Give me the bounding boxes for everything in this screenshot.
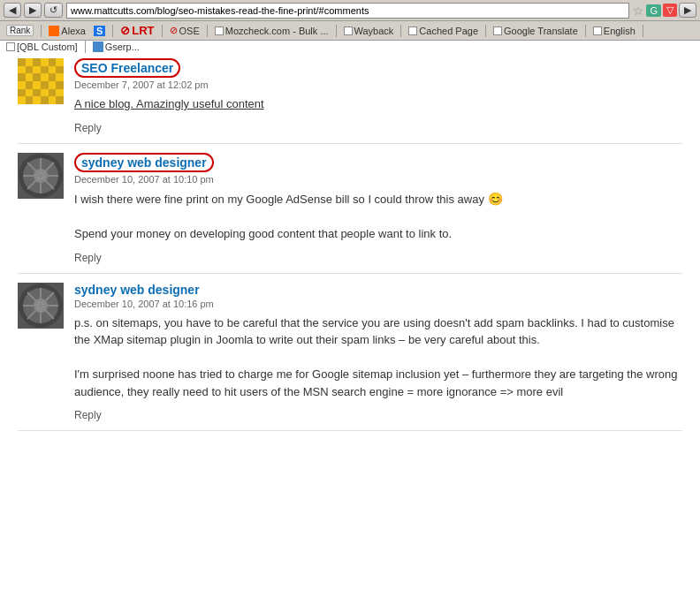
lrt-item[interactable]: ⊘ LRT (118, 23, 156, 38)
mozcheck-label: Mozcheck.com - Bulk ... (225, 26, 329, 36)
forward-button[interactable]: ▶ (24, 3, 42, 18)
gserp-label: Gserp... (105, 42, 140, 52)
alexa-label: Alexa (61, 26, 86, 36)
comment-meta-2: December 10, 2007 at 10:10 pm (74, 174, 682, 185)
address-bar[interactable] (66, 3, 629, 19)
sep3 (162, 25, 163, 37)
more-button[interactable]: ▶ (679, 3, 696, 18)
gserp-item[interactable]: Gserp... (90, 41, 142, 53)
wayback-label: Wayback (354, 26, 394, 36)
qbl-checkbox[interactable] (6, 42, 15, 51)
comment-2: sydney web designer December 10, 2007 at… (18, 144, 682, 274)
comment-body-3: sydney web designer December 10, 2007 at… (74, 283, 682, 422)
back-button[interactable]: ◀ (4, 3, 21, 18)
ose-item[interactable]: ⊘ OSE (167, 24, 202, 37)
sep9 (643, 25, 643, 37)
comment-3: sydney web designer December 10, 2007 at… (18, 274, 682, 432)
smiley-icon: 😊 (488, 190, 503, 208)
wayback-checkbox[interactable] (344, 26, 353, 35)
sep1 (41, 25, 42, 37)
wheel-svg (18, 153, 64, 199)
comment-paragraph-3-2: I'm surprised noone has tried to charge … (74, 366, 682, 400)
comment-meta-1: December 7, 2007 at 12:02 pm (74, 79, 682, 90)
sep10 (85, 41, 86, 53)
star-icon: ☆ (633, 4, 644, 18)
comment-paragraph-2-2: Spend your money on developing good cont… (74, 225, 682, 243)
reply-link-1[interactable]: Reply (74, 122, 102, 134)
qbl-label: [QBL Custom] (17, 42, 78, 52)
sep6 (400, 25, 401, 37)
avatar-3 (18, 283, 64, 329)
cached-checkbox[interactable] (408, 26, 417, 35)
sep5 (336, 25, 337, 37)
s-badge: S (94, 26, 105, 36)
comment-text-1: A nice blog. Amazingly useful content (74, 95, 682, 113)
page-content: SEO Freelancer December 7, 2007 at 12:02… (0, 41, 700, 440)
g-icon: G (646, 4, 661, 17)
mozcheck-checkbox[interactable] (215, 26, 224, 35)
extension-toolbar: Rank Alexa S ⊘ LRT ⊘ OSE Mozcheck.com - … (0, 21, 700, 41)
translate-checkbox[interactable] (493, 26, 502, 35)
ose-icon: ⊘ (170, 25, 178, 36)
sep8 (585, 25, 586, 37)
english-label: English (604, 26, 635, 36)
comment-paragraph-3-1: p.s. on sitemaps, you have to be careful… (74, 314, 682, 349)
google-translate-item[interactable]: Google Translate (491, 25, 581, 37)
comment-1: SEO Freelancer December 7, 2007 at 12:02… (18, 49, 682, 144)
alexa-item[interactable]: Alexa (46, 25, 88, 37)
comment-author-link-3[interactable]: sydney web designer (74, 283, 200, 297)
v-icon: ▽ (663, 4, 677, 17)
comment-text-2: I wish there were fine print on my Googl… (74, 190, 682, 243)
nav-controls[interactable]: ◀ ▶ ↺ (4, 3, 63, 18)
avatar-2 (18, 153, 64, 199)
rank-item: Rank (4, 24, 36, 37)
reply-link-2[interactable]: Reply (74, 252, 102, 264)
rank-badge: Rank (6, 25, 34, 36)
alexa-icon (49, 26, 59, 36)
comment-author-link-1[interactable]: SEO Freelancer (74, 58, 180, 78)
comment-text-3: p.s. on sitemaps, you have to be careful… (74, 314, 682, 401)
comment-body-1: SEO Freelancer December 7, 2007 at 12:02… (74, 58, 682, 134)
ose-label: OSE (179, 26, 200, 36)
reply-link-3[interactable]: Reply (74, 409, 102, 421)
cached-page-item[interactable]: Cached Page (406, 25, 481, 37)
star-area: ☆ G ▽ ▶ (633, 3, 696, 18)
mozcheck-item[interactable]: Mozcheck.com - Bulk ... (212, 25, 331, 37)
qbl-item[interactable]: [QBL Custom] (4, 41, 80, 53)
refresh-button[interactable]: ↺ (44, 3, 63, 18)
comment-body-2: sydney web designer December 10, 2007 at… (74, 153, 682, 264)
s-item[interactable]: S (91, 25, 108, 37)
english-item[interactable]: English (590, 25, 638, 37)
wheel-svg-2 (18, 283, 64, 329)
comment-author-link-2[interactable]: sydney web designer (74, 153, 214, 172)
translate-label: Google Translate (504, 26, 578, 36)
cached-label: Cached Page (419, 26, 478, 36)
sep2 (112, 25, 113, 37)
comment-meta-3: December 10, 2007 at 10:16 pm (74, 299, 682, 309)
english-checkbox[interactable] (593, 26, 602, 35)
browser-toolbar: ◀ ▶ ↺ ☆ G ▽ ▶ (0, 0, 700, 21)
avatar-1 (18, 58, 64, 104)
comment-paragraph-2-1: I wish there were fine print on my Googl… (74, 190, 682, 208)
gserp-icon (93, 42, 103, 52)
sep4 (207, 25, 208, 37)
comment-paragraph-1-1: A nice blog. Amazingly useful content (74, 97, 264, 110)
lrt-icon: ⊘ (120, 24, 130, 37)
wayback-item[interactable]: Wayback (341, 25, 397, 37)
lrt-label: LRT (132, 24, 154, 37)
sep7 (485, 25, 486, 37)
